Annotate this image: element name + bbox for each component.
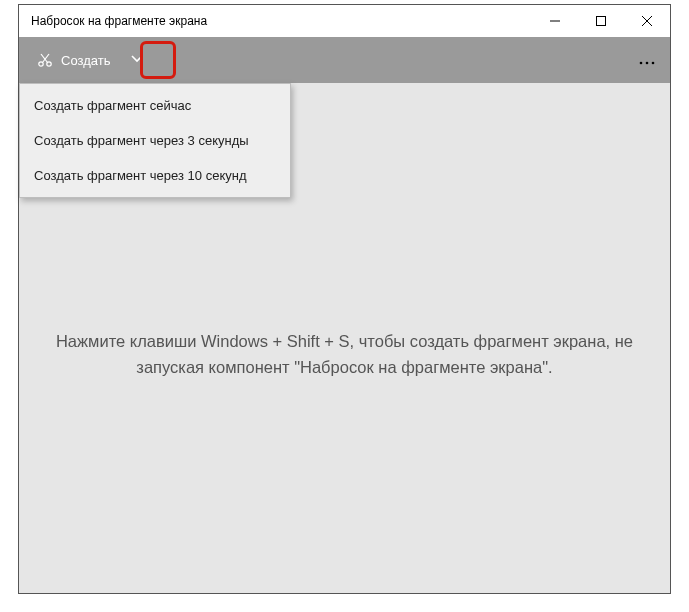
app-window: Набросок на фрагменте экрана (18, 4, 671, 594)
content-area: Создать фрагмент сейчас Создать фрагмент… (19, 83, 670, 593)
new-snip-label: Создать (61, 53, 110, 68)
chevron-down-icon (130, 51, 144, 69)
svg-rect-1 (597, 17, 606, 26)
new-snip-dropdown-button[interactable] (122, 45, 152, 75)
new-snip-dropdown-menu: Создать фрагмент сейчас Создать фрагмент… (19, 83, 291, 198)
snip-icon (37, 52, 53, 68)
toolbar: Создать (19, 37, 670, 83)
svg-point-8 (640, 62, 643, 65)
menu-item-snip-3s[interactable]: Создать фрагмент через 3 секунды (20, 123, 290, 158)
menu-item-snip-10s[interactable]: Создать фрагмент через 10 секунд (20, 158, 290, 193)
titlebar: Набросок на фрагменте экрана (19, 5, 670, 37)
menu-item-snip-now[interactable]: Создать фрагмент сейчас (20, 88, 290, 123)
minimize-button[interactable] (532, 5, 578, 37)
window-controls (532, 5, 670, 37)
window-title: Набросок на фрагменте экрана (19, 14, 532, 28)
svg-line-7 (41, 54, 48, 63)
svg-point-10 (652, 62, 655, 65)
svg-line-6 (43, 54, 50, 63)
svg-point-9 (646, 62, 649, 65)
new-snip-button[interactable]: Создать (27, 46, 120, 74)
more-icon (639, 51, 655, 69)
more-button[interactable] (624, 37, 670, 83)
maximize-button[interactable] (578, 5, 624, 37)
close-button[interactable] (624, 5, 670, 37)
empty-state-hint: Нажмите клавиши Windows + Shift + S, что… (49, 329, 640, 380)
